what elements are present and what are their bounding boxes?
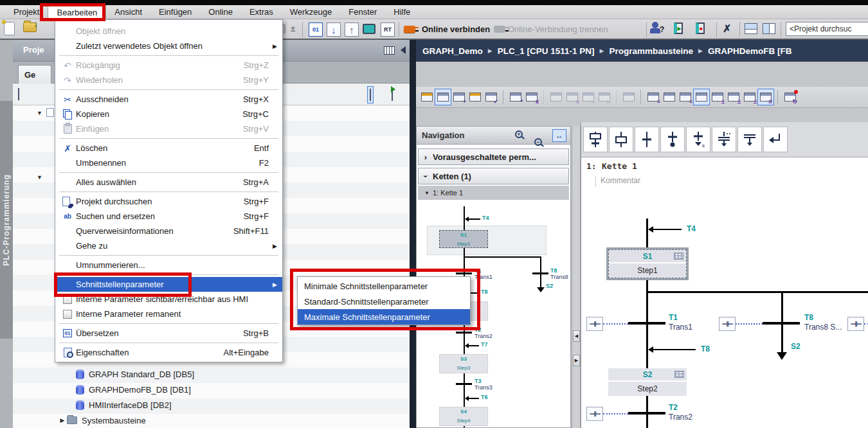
jump-labels[interactable]: ± [742, 89, 757, 105]
open-project-icon[interactable]: ↓ [23, 21, 37, 30]
project-search-input[interactable] [786, 22, 868, 36]
edit-menu-item[interactable]: Gehe zu ▶ [55, 238, 282, 253]
split-vertical-icon[interactable] [763, 23, 775, 34]
insert-jump-icon[interactable]: s [686, 127, 710, 152]
supply-label[interactable]: T4 [687, 225, 696, 233]
transition-t8[interactable] [763, 322, 800, 325]
transition-condition-icon[interactable]: ⊣⊢ [586, 407, 603, 421]
splitter-collapse-right[interactable]: ▶ [573, 355, 580, 366]
edit-menu-item[interactable]: Querverweisinformationen Shift+F11 [55, 224, 282, 238]
submenu-item[interactable]: Standard-Schnittstellenparameter [298, 294, 470, 309]
edit-menu-item[interactable]: Interne Parameter sichtbar/erreichbar au… [55, 292, 282, 307]
edit-menu-item[interactable]: Umnummerieren... [55, 258, 282, 272]
show-supervisions[interactable]: ✓ [484, 89, 499, 105]
align-blocks[interactable]: ≡ [646, 89, 661, 105]
cross-reference-icon[interactable]: ✗ [723, 22, 731, 35]
minimap-step-s1[interactable]: S1 Step1 [439, 230, 488, 248]
menubar-item[interactable]: Ansicht [106, 5, 150, 19]
minimap-transition-t3[interactable] [456, 383, 472, 385]
menubar-item[interactable]: Bearbeiten [48, 5, 106, 19]
transition-id[interactable]: T2 [669, 404, 678, 412]
export-icon[interactable] [392, 89, 393, 101]
start-simulation-icon[interactable] [363, 24, 375, 34]
step-actions-grid-icon[interactable] [674, 253, 683, 260]
edit-menu-item[interactable]: ↷ Wiederholen Strg+Y [55, 73, 282, 87]
step-s1[interactable]: S1 Step1 [608, 249, 687, 278]
compile-icon[interactable]: 01 [309, 22, 323, 37]
edit-menu-item[interactable]: Umbenennen F2 [55, 156, 282, 170]
section-permanent-preinstructions[interactable]: › Vorausgeschaltete perm... [418, 148, 569, 165]
comment-placeholder[interactable]: Kommentar [601, 176, 640, 185]
edit-menu-item[interactable]: Übersetzen Strg+B [55, 326, 282, 341]
menubar-item[interactable]: Werkzeuge [282, 5, 341, 19]
nav-item-kette1[interactable]: ▼ 1: Kette 1 [418, 186, 569, 200]
transition-name[interactable]: Trans8 S... [804, 323, 842, 332]
minimap-step-s4[interactable]: S4 Step4 [439, 407, 488, 426]
tree-item[interactable]: GRAPH Standard_DB [DB5] [13, 366, 410, 382]
tab-devices[interactable]: Ge [18, 65, 51, 84]
edit-menu-item[interactable]: Eigenschaften Alt+Eingabe [55, 345, 282, 360]
tree-item[interactable]: HMIInterfaceDB [DB2] [13, 397, 410, 413]
open-branch-icon[interactable] [712, 127, 736, 152]
tree-settings-icon[interactable] [18, 88, 19, 100]
transition-id[interactable]: T8 [804, 314, 813, 322]
splitter-collapse-left[interactable]: ◀ [573, 330, 580, 342]
menubar-item[interactable]: Einfügen [150, 5, 200, 19]
show-conditions[interactable] [435, 89, 451, 105]
transition-id[interactable]: T1 [669, 314, 678, 322]
close-branch-icon[interactable] [737, 127, 762, 152]
runtime-icon[interactable]: RT [381, 22, 395, 37]
go-online-plug-icon[interactable] [404, 26, 415, 33]
edit-menu-item[interactable]: Projekt durchsuchen Strg+F [55, 194, 282, 209]
synchronize[interactable] [621, 89, 637, 105]
step-actions-grid-icon[interactable] [674, 371, 684, 378]
breadcrumb-item[interactable]: ▶ PLC_1 [CPU 1511-1 PN] [483, 46, 595, 56]
menubar-item[interactable]: Extras [241, 5, 282, 19]
transition-condition-icon[interactable]: ⊣⊢ [719, 317, 736, 331]
breadcrumb-item[interactable]: ▶ Programmbausteine [595, 46, 693, 56]
tree-item[interactable]: ▶ Systembausteine [13, 413, 410, 428]
zoom-out-icon[interactable]: − [534, 138, 542, 146]
insert-step-transition-icon[interactable] [583, 127, 608, 152]
transition-name[interactable]: Trans1 [669, 323, 692, 332]
layout-dropdown-icon[interactable]: ± [291, 24, 295, 33]
menubar-item[interactable]: Hilfe [385, 5, 419, 19]
refresh[interactable]: ↻ [782, 89, 798, 105]
transition-name[interactable]: Trans2 [669, 413, 692, 422]
edit-menu-item[interactable]: Zuletzt verwendetes Objekt öffnen ▶ [55, 39, 282, 53]
transition-t1[interactable] [628, 322, 665, 325]
start-cpu-icon[interactable]: ▶ [674, 22, 683, 34]
minimap-step-s3[interactable]: S3 Step3 [439, 354, 488, 373]
hide-parameters[interactable]: ± [726, 89, 741, 105]
new-project-icon[interactable]: * [4, 22, 15, 35]
menubar-item[interactable]: Online [200, 5, 241, 19]
minimap-transition-t8[interactable] [532, 272, 548, 274]
table-view-icon[interactable] [370, 89, 371, 101]
jump-target-label[interactable]: S2 [791, 343, 800, 351]
supply-label[interactable]: T8 [701, 345, 710, 353]
zoom-in-icon[interactable]: + [515, 130, 523, 138]
edit-menu-item[interactable]: Schnittstellenparameter ▶ [55, 277, 282, 292]
stop-cpu-icon[interactable]: ■ [696, 22, 705, 34]
transition-t2[interactable] [628, 412, 665, 415]
close-sequence-icon[interactable] [660, 127, 685, 152]
insert-network[interactable]: * [508, 89, 523, 105]
network-bars[interactable]: ≡ [678, 89, 693, 105]
toggle-comments[interactable] [694, 89, 709, 105]
edit-menu-item[interactable]: Objekt öffnen [55, 24, 282, 39]
edit-menu-item[interactable]: Alles auswählen Strg+A [55, 175, 282, 190]
go-online-label[interactable]: Online verbinden [422, 19, 490, 40]
tree-item[interactable]: GRAPHDemoFB_DB [DB1] [13, 382, 410, 397]
upload-from-device-icon[interactable]: ↑ [345, 22, 359, 37]
outdent[interactable]: ← [597, 89, 612, 105]
collapse-panel-icon[interactable] [401, 46, 406, 54]
submenu-item[interactable]: Minimale Schnittstellenparameter [298, 278, 470, 294]
minimap-transition-t2[interactable] [456, 332, 472, 334]
split-horizontal-icon[interactable] [745, 23, 757, 34]
split-editor[interactable] [662, 89, 677, 105]
insert-transition-icon[interactable] [635, 127, 659, 152]
insert-step-icon[interactable] [609, 127, 633, 152]
transition-condition-icon[interactable]: ⊣⊢ [586, 317, 603, 331]
expander-icon[interactable]: ▼ [37, 110, 42, 116]
section-ketten[interactable]: › Ketten (1) [418, 168, 569, 184]
